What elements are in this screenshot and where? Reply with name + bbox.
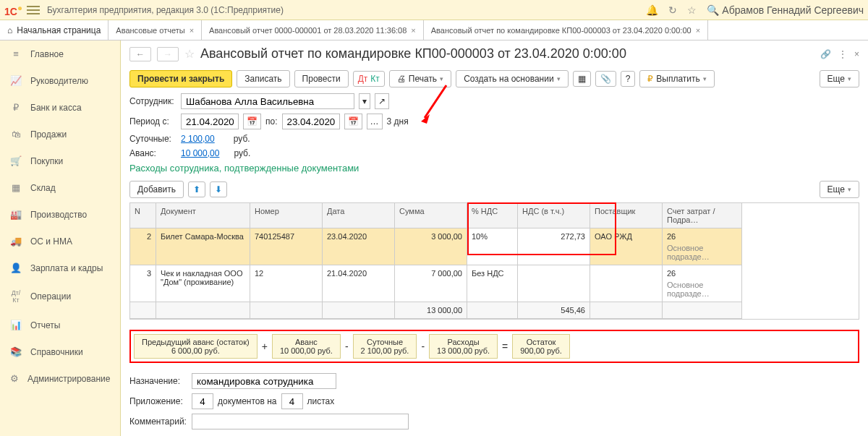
sidebar-item-references[interactable]: 📚Справочники: [0, 338, 120, 365]
ruble-icon: ₽: [10, 102, 22, 113]
advance-link[interactable]: 10 000,00: [181, 148, 219, 158]
bell-icon[interactable]: 🔔: [646, 4, 658, 16]
sidebar-item-purchases[interactable]: 🛒Покупки: [0, 148, 120, 174]
menu-icon: ≡: [10, 48, 22, 59]
tab-report-3[interactable]: Авансовый отчет по командировке КП00-000…: [424, 20, 708, 40]
employee-field[interactable]: [181, 93, 354, 109]
open-icon[interactable]: ↗: [375, 93, 389, 109]
expenses-box: Расходы13 000,00 руб.: [429, 334, 498, 359]
app-title: Бухгалтерия предприятия, редакция 3.0 (1…: [47, 5, 646, 15]
col-document[interactable]: Документ: [156, 203, 250, 228]
link-icon[interactable]: 🔗: [820, 49, 831, 59]
close-icon[interactable]: ×: [696, 26, 700, 35]
bars-icon: 📊: [10, 320, 22, 330]
dropdown-icon[interactable]: ▾: [359, 93, 370, 109]
expenses-table: N Документ Номер Дата Сумма % НДС НДС (в…: [129, 202, 859, 320]
comment-field[interactable]: [192, 414, 409, 429]
search-icon: 🔍: [707, 4, 719, 16]
daily-label: Суточные:: [129, 134, 176, 144]
person-icon: 👤: [10, 262, 22, 273]
tab-report-1[interactable]: Авансовый отчет 0000-000001 от 28.03.202…: [202, 20, 424, 40]
sidebar-item-admin[interactable]: ⚙Администрирование: [0, 365, 120, 392]
tab-home[interactable]: ⌂ Начальная страница: [0, 20, 109, 40]
page-header: ← → ☆ Авансовый отчет по командировке КП…: [121, 40, 868, 67]
advance-label: Аванс:: [129, 148, 176, 158]
history-icon[interactable]: ↻: [668, 4, 677, 16]
pay-button[interactable]: ₽ Выплатить: [639, 70, 715, 87]
sidebar-item-main[interactable]: ≡Главное: [0, 40, 120, 67]
date-from-field[interactable]: [181, 114, 239, 129]
purpose-label: Назначение:: [129, 376, 187, 386]
col-sum[interactable]: Сумма: [395, 203, 467, 228]
factory-icon: 🏭: [10, 209, 22, 220]
col-date[interactable]: Дата: [323, 203, 395, 228]
sidebar-item-operations[interactable]: Дт/КтОперации: [0, 281, 120, 312]
favorite-icon[interactable]: ☆: [184, 47, 195, 61]
table-row[interactable]: 3 Чек и накладная ООО "Дом" (проживание)…: [130, 265, 859, 302]
table-toolbar: Добавить ⬆ ⬇ Еще: [121, 179, 868, 200]
add-row-button[interactable]: Добавить: [129, 181, 184, 198]
sidebar-item-hr[interactable]: 👤Зарплата и кадры: [0, 255, 120, 281]
save-button[interactable]: Записать: [237, 70, 289, 87]
process-close-button[interactable]: Провести и закрыть: [129, 70, 232, 87]
close-icon[interactable]: ×: [411, 26, 415, 35]
close-icon[interactable]: ×: [854, 49, 859, 59]
purpose-field[interactable]: [192, 373, 336, 389]
forward-button[interactable]: →: [157, 47, 179, 61]
back-button[interactable]: ←: [129, 47, 151, 61]
table-row[interactable]: 2 Билет Самара-Москва 740125487 23.04.20…: [130, 228, 859, 265]
date-to-field[interactable]: [282, 114, 340, 129]
attach-button[interactable]: 📎: [595, 71, 616, 87]
calendar-icon[interactable]: 📅: [243, 114, 261, 129]
col-supplier[interactable]: Поставщик: [590, 203, 663, 228]
more-button[interactable]: Еще: [820, 70, 859, 87]
move-down-button[interactable]: ⬇: [210, 181, 227, 197]
dtkt-icon: Дт/Кт: [10, 289, 22, 304]
dt-kt-button[interactable]: ДтКт: [353, 71, 385, 87]
col-account[interactable]: Счет затрат / Подра…: [663, 203, 742, 228]
ellipsis-button[interactable]: …: [367, 114, 383, 129]
create-based-button[interactable]: Создать на основании: [456, 70, 569, 87]
move-up-button[interactable]: ⬆: [188, 181, 205, 197]
help-button[interactable]: ?: [621, 71, 636, 87]
sidebar-item-production[interactable]: 🏭Производство: [0, 201, 120, 228]
main-toolbar: Провести и закрыть Записать Провести ДтК…: [121, 67, 868, 90]
comment-label: Комментарий:: [129, 416, 187, 427]
col-number[interactable]: Номер: [250, 203, 323, 228]
col-vat[interactable]: НДС (в т.ч.): [518, 203, 590, 228]
col-vat-pct[interactable]: % НДС: [467, 203, 518, 228]
sidebar-item-sales[interactable]: 🛍Продажи: [0, 121, 120, 148]
table-more-button[interactable]: Еще: [820, 181, 859, 198]
calendar-icon[interactable]: 📅: [344, 114, 362, 129]
chart-icon: 📈: [10, 75, 22, 86]
advance-box: Аванс10 000,00 руб.: [272, 334, 341, 359]
gear-icon: ⚙: [10, 373, 19, 384]
daily-link[interactable]: 2 100,00: [181, 134, 215, 144]
sidebar-item-warehouse[interactable]: ▦Склад: [0, 174, 120, 201]
print-button[interactable]: 🖨Печать: [389, 70, 451, 87]
document-tabs: ⌂ Начальная страница Авансовые отчеты × …: [0, 20, 868, 40]
registry-button[interactable]: ▦: [573, 71, 591, 87]
docs-count-field[interactable]: [192, 393, 213, 409]
process-button[interactable]: Провести: [294, 70, 349, 87]
tab-report-list[interactable]: Авансовые отчеты ×: [109, 20, 202, 40]
col-n[interactable]: N: [130, 203, 156, 228]
expenses-section-title: Расходы сотрудника, подтвержденные докум…: [129, 163, 859, 174]
sidebar-item-bank[interactable]: ₽Банк и касса: [0, 94, 120, 121]
main-content: ← → ☆ Авансовый отчет по командировке КП…: [121, 40, 868, 436]
period-label: Период с:: [129, 116, 176, 127]
sidebar-item-manager[interactable]: 📈Руководителю: [0, 67, 120, 94]
document-form: Сотрудник: ▾ ↗ Период с: 📅 по: 📅 … 3 дня…: [121, 90, 868, 179]
home-icon: ⌂: [7, 25, 12, 35]
close-icon[interactable]: ×: [190, 26, 194, 35]
menu-icon[interactable]: [27, 6, 40, 14]
sidebar-item-assets[interactable]: 🚚ОС и НМА: [0, 228, 120, 255]
sidebar-item-reports[interactable]: 📊Отчеты: [0, 312, 120, 338]
days-text: 3 дня: [387, 116, 409, 127]
star-icon[interactable]: ☆: [687, 4, 697, 16]
sheets-count-field[interactable]: [281, 393, 303, 409]
more-icon[interactable]: ⋮: [838, 49, 847, 59]
footer-form: Назначение: Приложение: документов на ли…: [121, 370, 868, 436]
user-menu[interactable]: 🔍 Абрамов Геннадий Сергеевич: [707, 4, 864, 16]
prev-advance-box: Предыдущий аванс (остаток)6 000,00 руб.: [134, 334, 258, 359]
